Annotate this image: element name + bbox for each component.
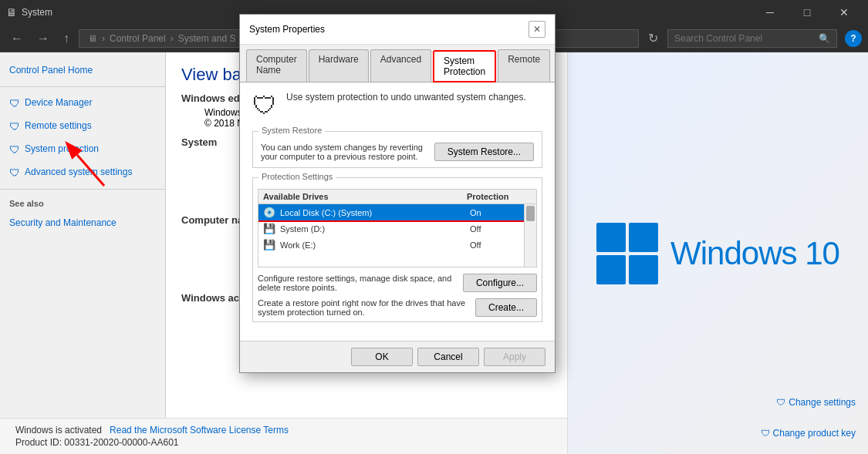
shield-icon-4: 🛡 — [9, 166, 20, 180]
tab-hardware[interactable]: Hardware — [309, 49, 369, 82]
flag-pane-1 — [596, 223, 626, 252]
sidebar-item-remote-settings[interactable]: 🛡 Remote settings — [0, 115, 165, 138]
ok-button[interactable]: OK — [351, 348, 413, 366]
system-restore-desc: You can undo system changes by reverting… — [261, 143, 428, 161]
change-settings-link[interactable]: 🛡 Change settings — [776, 397, 856, 408]
shield-icon-1: 🛡 — [9, 96, 20, 110]
shield-icon-3: 🛡 — [9, 143, 20, 156]
back-button[interactable]: ← — [6, 30, 28, 47]
activated-text: Windows is activated — [15, 425, 102, 436]
flag-pane-2 — [629, 223, 658, 252]
shield-large-icon: 🛡 — [252, 92, 277, 120]
configure-desc: Configure restore settings, manage disk … — [258, 274, 457, 292]
right-panel: Windows 10 🛡 Change settings 🛡 Change pr… — [567, 52, 868, 454]
tab-system-protection[interactable]: System Protection — [433, 50, 496, 82]
scrollbar-thumb — [526, 206, 535, 221]
drive-row-d[interactable]: 💾 System (D:) Off — [258, 220, 536, 237]
dialog-title-text: System Properties — [249, 24, 325, 35]
drive-e-name: Work (E:) — [280, 240, 470, 250]
arrow-annotation — [73, 147, 120, 193]
license-terms-link[interactable]: Read the Microsoft Software License Term… — [110, 425, 289, 436]
drives-scrollbar[interactable] — [524, 204, 536, 267]
create-row: Create a restore point right now for the… — [258, 298, 537, 317]
sidebar: Control Panel Home 🛡 Device Manager 🛡 Re… — [0, 52, 166, 454]
system-properties-dialog: System Properties ✕ Computer Name Hardwa… — [239, 14, 556, 373]
breadcrumb-path: System and S — [178, 33, 236, 44]
activation-row: Windows is activated Read the Microsoft … — [15, 425, 552, 436]
drive-row-e[interactable]: 💾 Work (E:) Off — [258, 237, 536, 253]
search-input[interactable] — [674, 33, 814, 44]
dialog-intro: 🛡 Use system protection to undo unwanted… — [252, 92, 542, 120]
window-controls: ─ □ ✕ — [752, 0, 862, 25]
shield-icon-product: 🛡 — [761, 428, 770, 439]
flag-pane-4 — [629, 255, 658, 284]
remote-settings-label: Remote settings — [25, 120, 92, 133]
drives-list[interactable]: 💿 Local Disk (C:) (System) On 💾 System (… — [258, 204, 537, 267]
drive-e-icon: 💾 — [263, 239, 275, 251]
shield-icon-2: 🛡 — [9, 119, 20, 133]
change-product-link[interactable]: 🛡 Change product key — [761, 428, 856, 439]
protection-border: Available Drives Protection 💿 Local Disk… — [252, 177, 542, 322]
help-button[interactable]: ? — [845, 30, 862, 47]
apply-button[interactable]: Apply — [484, 348, 545, 366]
breadcrumb-icon: 🖥 — [88, 33, 97, 44]
search-box[interactable]: 🔍 — [667, 29, 837, 48]
system-restore-row: You can undo system changes by reverting… — [261, 143, 534, 161]
svg-line-1 — [77, 155, 104, 186]
sidebar-label: Control Panel Home — [9, 65, 93, 77]
configure-button[interactable]: Configure... — [463, 274, 537, 292]
sidebar-divider — [0, 86, 165, 87]
close-button[interactable]: ✕ — [826, 0, 862, 25]
drive-e-protection: Off — [470, 240, 532, 250]
device-manager-label: Device Manager — [25, 97, 92, 109]
dialog-close-button[interactable]: ✕ — [529, 21, 545, 38]
security-label: Security and Maintenance — [9, 217, 117, 230]
tab-remote[interactable]: Remote — [498, 49, 550, 82]
system-restore-button[interactable]: System Restore... — [434, 143, 534, 161]
sidebar-item-control-panel-home[interactable]: Control Panel Home — [0, 60, 165, 82]
windows-10-text: Windows 10 — [670, 235, 839, 272]
sidebar-item-device-manager[interactable]: 🛡 Device Manager — [0, 92, 165, 115]
dialog-tabs: Computer Name Hardware Advanced System P… — [240, 45, 555, 82]
cancel-button[interactable]: Cancel — [417, 348, 479, 366]
dialog-content: 🛡 Use system protection to undo unwanted… — [240, 82, 555, 341]
search-icon: 🔍 — [819, 33, 830, 44]
drive-c-icon: 💿 — [263, 207, 275, 218]
maximize-button[interactable]: □ — [789, 0, 825, 25]
tab-computer-name[interactable]: Computer Name — [246, 49, 307, 82]
sidebar-item-security[interactable]: Security and Maintenance — [0, 213, 165, 234]
breadcrumb-separator: › — [102, 33, 105, 44]
drive-d-icon: 💾 — [263, 223, 275, 234]
dialog-footer: OK Cancel Apply — [240, 341, 555, 372]
tab-advanced[interactable]: Advanced — [370, 49, 431, 82]
breadcrumb-text: Control Panel — [110, 33, 166, 44]
see-also-label: See also — [0, 194, 165, 213]
drive-row-c[interactable]: 💿 Local Disk (C:) (System) On — [258, 204, 536, 220]
create-button[interactable]: Create... — [475, 298, 537, 317]
drive-d-protection: Off — [470, 224, 532, 234]
window-icon: 🖥 — [6, 6, 17, 18]
drives-table-header: Available Drives Protection — [258, 189, 537, 204]
protection-settings-section: Protection Settings Available Drives Pro… — [252, 177, 542, 322]
dialog-title-bar: System Properties ✕ — [240, 15, 555, 45]
protection-settings-title: Protection Settings — [258, 172, 336, 181]
shield-icon-settings: 🛡 — [776, 397, 785, 408]
system-restore-section: System Restore You can undo system chang… — [252, 131, 542, 168]
drives-col-header: Available Drives — [258, 190, 462, 203]
configure-row: Configure restore settings, manage disk … — [258, 274, 537, 292]
change-settings-label: Change settings — [789, 397, 856, 408]
create-desc: Create a restore point right now for the… — [258, 298, 469, 317]
minimize-button[interactable]: ─ — [752, 0, 788, 25]
product-id: Product ID: 00331-20020-00000-AA601 — [15, 437, 552, 448]
breadcrumb-separator2: › — [171, 33, 174, 44]
up-button[interactable]: ↑ — [59, 30, 74, 47]
windows-logo: Windows 10 — [596, 223, 839, 284]
refresh-button[interactable]: ↻ — [643, 29, 663, 47]
forward-button[interactable]: → — [32, 30, 54, 47]
drive-c-protection: On — [470, 208, 532, 217]
drive-d-name: System (D:) — [280, 224, 470, 234]
windows-flag-icon — [596, 223, 658, 284]
change-product-label: Change product key — [773, 428, 856, 439]
scrollbar-placeholder — [524, 190, 536, 203]
flag-pane-3 — [596, 255, 626, 284]
